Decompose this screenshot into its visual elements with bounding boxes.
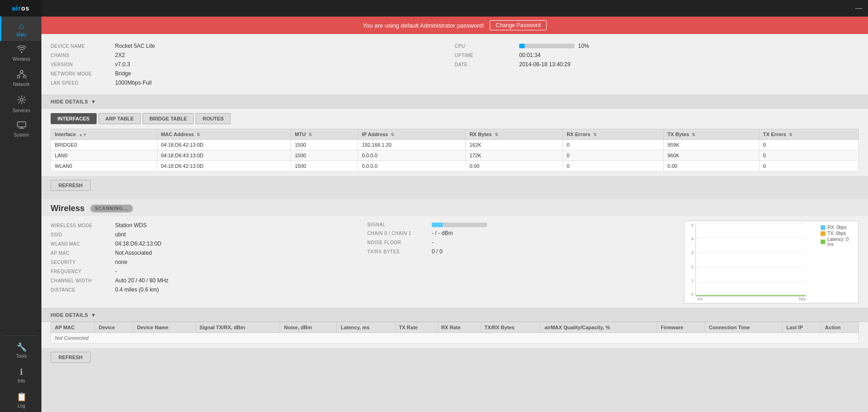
wireless-right-panel: SIGNAL CHAIN 0 / CHAIN 1 - / - dBm NOISE…: [367, 221, 675, 303]
cpu-row: CPU 10%: [455, 41, 859, 51]
wireless-mode-label: WIRELESS MODE: [51, 223, 115, 228]
interfaces-table-head: Interface ▲▼ MAC Address ⇅ MTU ⇅ IP Addr…: [51, 129, 859, 140]
wireless-icon: [17, 46, 26, 55]
legend-tx: TX: 0bps: [821, 231, 856, 236]
top-bar: —: [41, 0, 868, 17]
tab-routes[interactable]: ROUTES: [196, 113, 231, 124]
signal-bar-fill: [432, 223, 443, 227]
ap-col-device-name: Device Name: [133, 322, 196, 333]
col-mac-address[interactable]: MAC Address ⇅: [157, 129, 291, 140]
col-tx-errors[interactable]: TX Errors ⇅: [759, 129, 859, 140]
col-tx-bytes[interactable]: TX Bytes ⇅: [664, 129, 759, 140]
col-mtu[interactable]: MTU ⇅: [291, 129, 358, 140]
table-row: BRIDGE004:18:D6:42:13:0D1500192.168.1.20…: [51, 140, 859, 150]
table-cell: 0.0.0.0: [358, 150, 466, 161]
hide-details-toggle[interactable]: HIDE DETAILS ▼: [41, 95, 868, 109]
svg-point-0: [20, 70, 23, 73]
interfaces-refresh-button[interactable]: REFRESH: [51, 180, 91, 191]
wireless-hide-details-toggle[interactable]: HIDE DETAILS ▼: [41, 308, 868, 322]
table-cell: 0: [563, 150, 664, 161]
sidebar-item-services[interactable]: Services: [0, 91, 41, 117]
col-ip-address[interactable]: IP Address ⇅: [358, 129, 466, 140]
minimize-icon[interactable]: —: [855, 4, 862, 12]
svg-point-5: [20, 98, 23, 101]
chain-row: CHAIN 0 / CHAIN 1 - / - dBm: [367, 229, 675, 238]
table-row: LAN004:18:D6:43:13:0D15000.0.0.0172K0960…: [51, 150, 859, 161]
ap-col-noise: Noise, dBm: [280, 322, 337, 333]
table-cell: 1500: [291, 161, 358, 172]
col-rx-bytes[interactable]: RX Bytes ⇅: [466, 129, 563, 140]
chart-legend: RX: 0bps TX: 0bps Latency: 0 ms: [810, 223, 856, 248]
sort-txbytes-icon: ⇅: [692, 132, 695, 137]
y-label-1: 1: [691, 278, 694, 283]
ssid-label: SSID: [51, 232, 115, 237]
tab-bridge-table[interactable]: BRIDGE TABLE: [143, 113, 194, 124]
logo-text: air: [12, 5, 21, 12]
sidebar-item-info[interactable]: ℹ Info: [0, 362, 41, 387]
col-interface[interactable]: Interface ▲▼: [51, 129, 157, 140]
sort-mtu-icon: ⇅: [308, 132, 312, 137]
tools-icon: 🔧: [17, 342, 27, 352]
y-label-4: 4: [691, 237, 694, 241]
wlan-mac-value: 04:18:D6:42:13:0D: [115, 240, 162, 247]
col-rx-errors[interactable]: RX Errors ⇅: [563, 129, 664, 140]
sidebar-item-main-label: Main: [17, 32, 27, 37]
frequency-row: FREQUENCY -: [51, 267, 358, 276]
tab-arp-table[interactable]: ARP TABLE: [98, 113, 141, 124]
table-cell: 0: [759, 150, 859, 161]
legend-rx-dot: [821, 225, 825, 230]
chain-value: - / - dBm: [432, 230, 453, 236]
chart-xaxis: ms bps: [686, 297, 806, 301]
x-label-bps: bps: [799, 297, 806, 301]
scanning-badge: SCANNING...: [90, 205, 133, 212]
ap-col-firmware: Firmware: [657, 322, 705, 333]
wireless-mode-row: WIRELESS MODE Station WDS: [51, 221, 358, 230]
security-label: SECURITY: [51, 260, 115, 265]
sort-rxbytes-icon: ⇅: [495, 132, 498, 137]
table-cell: 0: [759, 161, 859, 172]
table-cell: 04:18:D6:43:13:0D: [157, 150, 291, 161]
chart-svg: [696, 223, 806, 296]
table-cell: 960K: [664, 150, 759, 161]
device-info-right: CPU 10% UPTIME 00:01:34 DATE: [455, 40, 859, 89]
sidebar-item-wireless[interactable]: Wireless: [0, 41, 41, 65]
sidebar-item-services-label: Services: [12, 108, 30, 113]
ap-col-last-ip: Last IP: [782, 322, 821, 333]
network-icon: [17, 70, 26, 80]
interfaces-table-body: BRIDGE004:18:D6:42:13:0D1500192.168.1.20…: [51, 140, 859, 172]
sidebar-item-main[interactable]: ⌂ Main: [0, 17, 41, 41]
wireless-refresh-button[interactable]: REFRESH: [51, 352, 91, 363]
sidebar-item-log[interactable]: 📋 Log: [0, 387, 41, 412]
version-label: VERSION: [51, 62, 115, 67]
uptime-value: 00:01:34: [519, 52, 541, 58]
ap-col-conn-time: Connection Time: [705, 322, 782, 333]
chains-label: CHAINS: [51, 53, 115, 58]
legend-latency-label: Latency: 0 ms: [827, 237, 856, 247]
wireless-toggle-arrow-icon: ▼: [91, 312, 96, 318]
distance-row: DISTANCE 0.4 miles (0.6 km): [51, 285, 358, 294]
ap-col-action: Action: [821, 322, 858, 333]
date-row: DATE 2014-08-18 13:40:29: [455, 60, 859, 69]
sidebar-item-system[interactable]: System: [0, 117, 41, 141]
table-cell: 162K: [466, 140, 563, 150]
table-cell: 172K: [466, 150, 563, 161]
noise-floor-row: NOISE FLOOR -: [367, 238, 675, 247]
ap-mac-row: AP MAC Not Associated: [51, 248, 358, 258]
tab-interfaces[interactable]: INTERFACES: [51, 113, 97, 124]
alert-message: You are using default Administrator pass…: [363, 22, 484, 29]
chart-body: [695, 223, 806, 297]
sort-rxerrors-icon: ⇅: [593, 132, 597, 137]
device-info-grid: DEVICE NAME Rocket 5AC Lite CHAINS 2X2 V…: [51, 40, 859, 89]
ap-col-txrx-bytes: TX/RX Bytes: [480, 322, 541, 333]
wireless-mode-value: Station WDS: [115, 222, 147, 229]
ap-table: AP MAC Device Device Name Signal TX/RX, …: [51, 322, 859, 343]
wireless-section-wrapper: Wireless SCANNING...: [41, 196, 868, 216]
ap-col-tx-rate: TX Rate: [395, 322, 437, 333]
legend-latency: Latency: 0 ms: [821, 237, 856, 247]
sidebar-item-tools[interactable]: 🔧 Tools: [0, 338, 41, 362]
sidebar-item-network[interactable]: Network: [0, 65, 41, 91]
change-password-button[interactable]: Change Password: [490, 20, 547, 30]
noise-floor-label: NOISE FLOOR: [367, 240, 432, 245]
ap-table-row-not-connected: Not Connected: [51, 333, 859, 343]
main-content: — You are using default Administrator pa…: [41, 0, 868, 412]
